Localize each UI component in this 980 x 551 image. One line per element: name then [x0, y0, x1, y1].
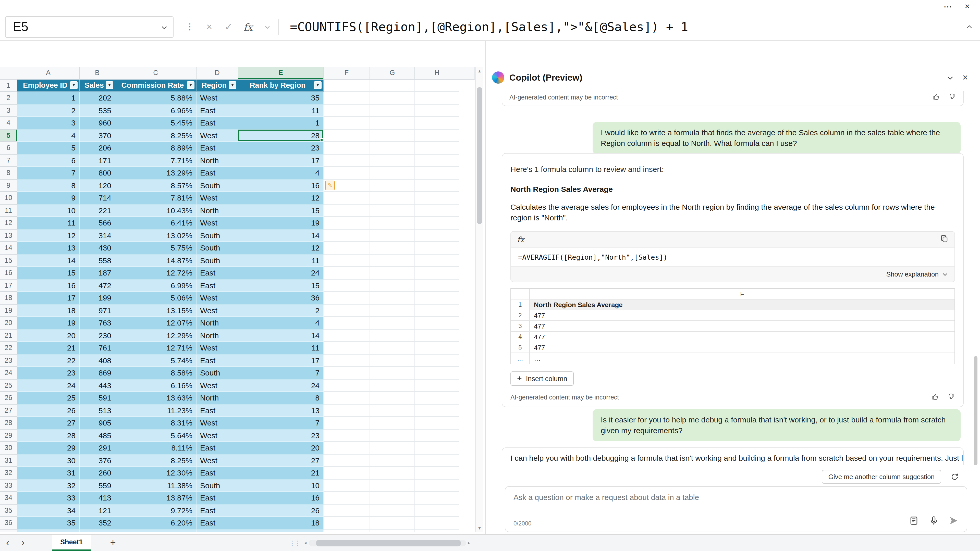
row-header-18[interactable]: 18 — [0, 292, 18, 304]
grid-cell[interactable]: 12 — [239, 242, 324, 254]
grid-cell[interactable]: East — [197, 504, 239, 517]
grid-cell[interactable]: 13.63% — [115, 392, 197, 404]
row-header-35[interactable]: 35 — [0, 504, 18, 517]
grid-cell[interactable]: West — [197, 129, 239, 142]
grid-cell[interactable]: 763 — [80, 317, 115, 329]
grid-cell[interactable]: 4 — [239, 317, 324, 329]
grid-cell[interactable] — [415, 454, 460, 467]
grid-cell[interactable] — [415, 404, 460, 417]
grid-cell[interactable]: 7.81% — [115, 192, 197, 204]
grid-cell[interactable]: 29 — [18, 442, 80, 454]
grid-cell[interactable]: 376 — [80, 454, 115, 467]
grid-cell[interactable]: 591 — [80, 392, 115, 404]
grid-cell[interactable] — [370, 429, 415, 442]
thumbs-down-icon[interactable] — [947, 393, 955, 402]
grid-cell[interactable] — [370, 479, 415, 492]
grid-cell[interactable] — [415, 117, 460, 129]
confirm-entry-icon[interactable]: ✓ — [223, 20, 234, 33]
grid-cell[interactable]: 121 — [80, 504, 115, 517]
grid-cell[interactable]: 23 — [18, 367, 80, 380]
grid-cell[interactable]: 12 — [18, 229, 80, 242]
grid-cell[interactable] — [370, 329, 415, 342]
row-header-5[interactable]: 5 — [0, 129, 18, 142]
grid-cell[interactable] — [324, 367, 370, 380]
grid-cell[interactable] — [370, 454, 415, 467]
sheet-nav-right-icon[interactable]: › — [15, 534, 30, 551]
grid-cell[interactable] — [415, 367, 460, 380]
cancel-entry-icon[interactable]: × — [204, 20, 215, 33]
copilot-chat-area[interactable]: AI-generated content may be incorrect I … — [486, 91, 980, 465]
scroll-left-icon[interactable]: ◂ — [304, 540, 307, 545]
grid-cell[interactable]: 761 — [80, 342, 115, 354]
grid-cell[interactable]: 12 — [239, 192, 324, 204]
sheet-tab-sheet1[interactable]: Sheet1 — [52, 535, 91, 551]
thumbs-down-icon[interactable] — [948, 93, 956, 102]
grid-cell[interactable]: 18 — [239, 517, 324, 529]
grid-cell[interactable]: 472 — [80, 279, 115, 292]
grid-cell[interactable] — [370, 204, 415, 217]
grid-cell[interactable]: 11 — [239, 254, 324, 267]
row-header-31[interactable]: 31 — [0, 454, 18, 467]
grid-cell[interactable] — [370, 117, 415, 129]
column-header-E[interactable]: E — [239, 67, 324, 79]
grid-cell[interactable] — [324, 192, 370, 204]
grid-cell[interactable]: 960 — [80, 117, 115, 129]
grid-cell[interactable]: East — [197, 354, 239, 367]
grid-cell[interactable]: 187 — [80, 267, 115, 279]
grid-cell[interactable]: 13.87% — [115, 492, 197, 504]
grid-cell[interactable] — [415, 304, 460, 317]
grid-cell[interactable] — [370, 404, 415, 417]
add-sheet-icon[interactable]: + — [107, 537, 120, 548]
grid-cell[interactable] — [370, 267, 415, 279]
grid-cell[interactable]: 21 — [239, 467, 324, 479]
row-header-29[interactable]: 29 — [0, 429, 18, 442]
grid-cell[interactable]: South — [197, 367, 239, 380]
grid-cell[interactable]: East — [197, 104, 239, 117]
grid-cell[interactable]: South — [197, 179, 239, 192]
row-header-13[interactable]: 13 — [0, 229, 18, 242]
grid-cell[interactable] — [415, 342, 460, 354]
panel-chevron-down-icon[interactable] — [942, 70, 958, 85]
grid-cell[interactable]: 20 — [239, 442, 324, 454]
grid-cell[interactable]: 12.29% — [115, 329, 197, 342]
grid-cell[interactable] — [324, 517, 370, 529]
grid-cell[interactable]: 947 — [80, 529, 115, 532]
grid-cell[interactable]: 2 — [239, 304, 324, 317]
grid-cell[interactable]: 28 — [239, 129, 324, 142]
grid-cell[interactable]: 566 — [80, 217, 115, 229]
grid-cell[interactable]: East — [197, 279, 239, 292]
grid-cell[interactable]: 13.02% — [115, 229, 197, 242]
row-header-14[interactable]: 14 — [0, 242, 18, 254]
row-header-33[interactable]: 33 — [0, 479, 18, 492]
grid-cell[interactable] — [324, 229, 370, 242]
grid-cell[interactable]: West — [197, 292, 239, 304]
grid-cell[interactable]: East — [197, 442, 239, 454]
grid-cell[interactable]: 370 — [80, 129, 115, 142]
row-header-4[interactable]: 4 — [0, 117, 18, 129]
vertical-scrollbar-thumb[interactable] — [477, 87, 482, 224]
grid-cell[interactable]: West — [197, 417, 239, 429]
grid-cell[interactable]: West — [197, 380, 239, 392]
grid-cell[interactable] — [415, 204, 460, 217]
grid-cell[interactable]: 230 — [80, 329, 115, 342]
grid-cell[interactable]: 5.06% — [115, 292, 197, 304]
row-header-32[interactable]: 32 — [0, 467, 18, 479]
grid-cell[interactable] — [324, 204, 370, 217]
grid-cell[interactable] — [324, 292, 370, 304]
grid-cell[interactable] — [370, 292, 415, 304]
formula-input[interactable]: =COUNTIFS([Region],[@Region],[Sales],">"… — [284, 20, 959, 34]
row-header-15[interactable]: 15 — [0, 254, 18, 267]
grid-cell[interactable] — [324, 380, 370, 392]
row-header-21[interactable]: 21 — [0, 329, 18, 342]
grid-cell[interactable]: 14 — [239, 329, 324, 342]
grid-cell[interactable]: North — [197, 204, 239, 217]
grid-cell[interactable] — [370, 279, 415, 292]
row-header-10[interactable]: 10 — [0, 192, 18, 204]
grid-cell[interactable] — [324, 304, 370, 317]
grid-cell[interactable]: 408 — [80, 354, 115, 367]
grid-cell[interactable] — [370, 392, 415, 404]
grid-cell[interactable]: 291 — [80, 442, 115, 454]
grid-cell[interactable]: 7 — [239, 417, 324, 429]
formula-options-chevron-icon[interactable] — [262, 20, 273, 33]
grid-cell[interactable]: 5.45% — [115, 117, 197, 129]
